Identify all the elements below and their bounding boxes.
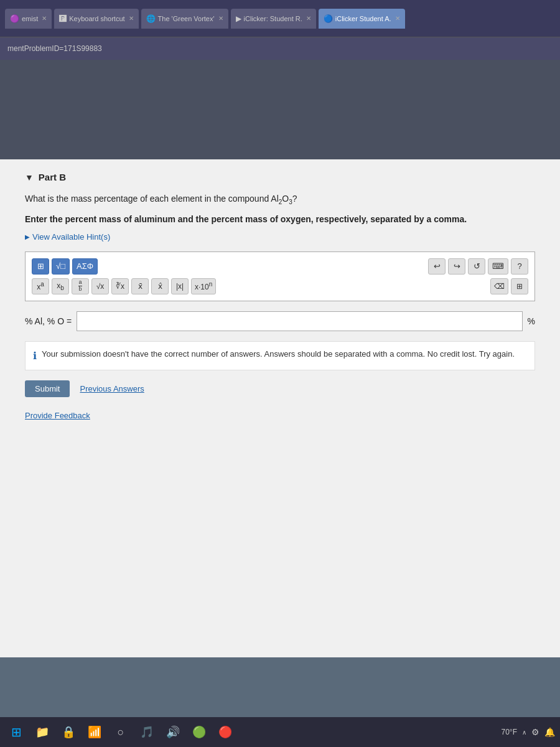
x-superscript-button[interactable]: xa xyxy=(32,278,49,294)
sci-notation-icon: x·10n xyxy=(195,281,212,291)
math-toolbar-row1: ⊞ √□ ΑΣΦ ↩ ↪ ↺ ⌨ xyxy=(32,258,528,275)
cbrt-icon: ∛x xyxy=(116,282,124,291)
math-toolbar-row2: xa xb ab √x ∛x x̄ x̂ xyxy=(32,278,528,294)
error-message: ℹ Your submission doesn't have the corre… xyxy=(25,341,535,370)
refresh-icon: ↺ xyxy=(474,261,480,271)
error-icon: ℹ xyxy=(33,349,37,364)
taskbar-notification-icon[interactable]: 🔔 xyxy=(544,727,555,737)
tab-iclicker-a[interactable]: 🔵 iClicker Student A. ✕ xyxy=(319,9,405,29)
redo-icon: ↪ xyxy=(454,261,460,271)
math-editor: ⊞ √□ ΑΣΦ ↩ ↪ ↺ ⌨ xyxy=(25,251,535,301)
taskbar-files-icon[interactable]: 📁 xyxy=(31,721,54,743)
sqrt-icon: √x xyxy=(96,282,105,291)
taskbar-chevron-up-icon: ∧ xyxy=(522,729,526,736)
radical-icon: √□ xyxy=(56,261,65,271)
taskbar-spotify-icon[interactable]: 🟢 xyxy=(188,721,210,743)
x-subscript-button[interactable]: xb xyxy=(52,278,69,294)
x-subscript-icon: xb xyxy=(57,281,64,291)
x-bar-button[interactable]: x̄ xyxy=(131,278,149,294)
fraction-icon: ab xyxy=(78,280,82,293)
tab-icon-iclicker-r: ▶ xyxy=(236,14,241,23)
hint-arrow-icon: ▶ xyxy=(25,233,30,240)
tab-icon-keyboard: 🅿 xyxy=(59,14,67,23)
help-button[interactable]: ? xyxy=(511,258,528,275)
question-text: What is the mass percentage of each elem… xyxy=(25,192,535,207)
browser-tabs: 🟣 emist ✕ 🅿 Keyboard shortcut ✕ 🌐 The 'G… xyxy=(0,0,560,37)
undo-icon: ↩ xyxy=(434,261,441,271)
abs-button[interactable]: |x| xyxy=(171,278,189,294)
previous-answers-link[interactable]: Previous Answers xyxy=(80,384,144,393)
content-area: ▼ Part B What is the mass percentage of … xyxy=(0,159,560,657)
tab-emist[interactable]: 🟣 emist ✕ xyxy=(5,9,52,29)
taskbar-system: 70°F ∧ ⚙ 🔔 xyxy=(502,727,555,737)
redo-button[interactable]: ↪ xyxy=(448,258,465,275)
tab-keyboard[interactable]: 🅿 Keyboard shortcut ✕ xyxy=(54,9,138,29)
address-text: mentProblemID=171S99883 xyxy=(7,44,102,53)
keyboard-icon: ⌨ xyxy=(492,261,504,271)
x-bar-icon: x̄ xyxy=(138,282,142,291)
refresh-button[interactable]: ↺ xyxy=(468,258,485,275)
part-b-header: ▼ Part B xyxy=(25,172,535,182)
taskbar: ⊞ 📁 🔒 📶 ○ 🎵 🔊 🟢 🔴 70°F ∧ ⚙ 🔔 xyxy=(0,717,560,747)
backspace-button[interactable]: ⌫ xyxy=(490,278,508,294)
tab-icon-iclicker-a: 🔵 xyxy=(324,14,333,23)
expand-button[interactable]: ⊞ xyxy=(511,278,528,294)
taskbar-volume-icon[interactable]: 🔊 xyxy=(162,721,184,743)
question-icon: ? xyxy=(517,261,521,271)
sigma-button[interactable]: ΑΣΦ xyxy=(72,258,98,275)
tab-close-greenvortex[interactable]: ✕ xyxy=(218,15,223,22)
x-superscript-icon: xa xyxy=(37,281,44,291)
answer-label: % Al, % O = xyxy=(25,316,72,326)
undo-button[interactable]: ↩ xyxy=(428,258,446,275)
matrix-button[interactable]: ⊞ xyxy=(32,258,49,275)
windows-start-icon[interactable]: ⊞ xyxy=(5,721,27,743)
keyboard-button[interactable]: ⌨ xyxy=(488,258,508,275)
part-b-title: Part B xyxy=(39,172,66,182)
hint-label: View Available Hint(s) xyxy=(32,232,110,242)
matrix-icon: ⊞ xyxy=(37,261,44,271)
temperature-display: 70°F xyxy=(502,728,517,736)
instruction-text: Enter the percent mass of aluminum and t… xyxy=(25,213,535,226)
abs-icon: |x| xyxy=(176,282,184,291)
tab-icon-emist: 🟣 xyxy=(10,14,19,23)
page-content: ▼ Part B What is the mass percentage of … xyxy=(0,60,560,745)
collapse-arrow-icon[interactable]: ▼ xyxy=(25,172,34,182)
submit-row: Submit Previous Answers xyxy=(25,380,535,397)
tab-iclicker-r[interactable]: ▶ iClicker: Student R. ✕ xyxy=(231,9,316,29)
radical-button[interactable]: √□ xyxy=(52,258,70,275)
tab-close-emist[interactable]: ✕ xyxy=(42,15,47,22)
taskbar-app-icon[interactable]: 🔴 xyxy=(214,721,236,743)
x-hat-icon: x̂ xyxy=(158,282,162,291)
taskbar-settings-icon[interactable]: ⚙ xyxy=(531,727,539,737)
x-hat-button[interactable]: x̂ xyxy=(151,278,169,294)
submit-button[interactable]: Submit xyxy=(25,380,70,397)
taskbar-wifi-icon[interactable]: 📶 xyxy=(83,721,106,743)
tab-close-keyboard[interactable]: ✕ xyxy=(129,15,134,22)
taskbar-media-icon[interactable]: 🎵 xyxy=(136,721,158,743)
answer-unit: % xyxy=(528,316,535,326)
error-text: Your submission doesn't have the correct… xyxy=(42,348,515,360)
cbrt-button[interactable]: ∛x xyxy=(111,278,129,294)
expand-icon: ⊞ xyxy=(516,282,523,291)
tab-greenvortex[interactable]: 🌐 The 'Green Vortex' ✕ xyxy=(141,9,228,29)
taskbar-search-icon[interactable]: ○ xyxy=(110,721,132,743)
address-bar: mentProblemID=171S99883 xyxy=(0,37,560,60)
provide-feedback-link[interactable]: Provide Feedback xyxy=(25,411,90,420)
tab-close-iclicker-r[interactable]: ✕ xyxy=(306,15,311,22)
fraction-button[interactable]: ab xyxy=(72,278,89,294)
tab-close-iclicker-a[interactable]: ✕ xyxy=(395,15,400,22)
answer-input[interactable] xyxy=(77,311,522,331)
sci-notation-button[interactable]: x·10n xyxy=(191,278,216,294)
sqrt-button[interactable]: √x xyxy=(91,278,109,294)
top-spacer xyxy=(0,60,560,159)
tab-icon-greenvortex: 🌐 xyxy=(146,14,156,23)
backspace-icon: ⌫ xyxy=(494,282,505,291)
taskbar-lock-icon[interactable]: 🔒 xyxy=(57,721,80,743)
hint-link[interactable]: ▶ View Available Hint(s) xyxy=(25,232,535,242)
answer-row: % Al, % O = % xyxy=(25,311,535,331)
sigma-icon: ΑΣΦ xyxy=(77,261,93,271)
